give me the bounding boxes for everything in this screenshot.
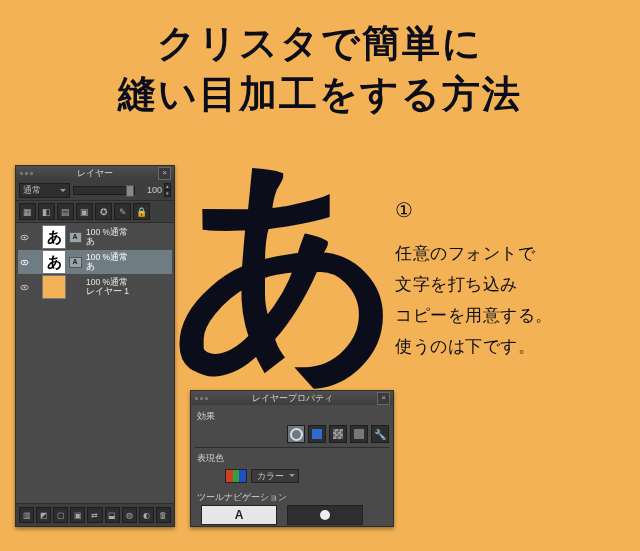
opacity-slider-knob[interactable] bbox=[126, 185, 134, 197]
layer-row[interactable]: 100 %通常 レイヤー 1 bbox=[18, 275, 172, 299]
visibility-toggle[interactable] bbox=[18, 251, 30, 273]
effect-screentone-button[interactable] bbox=[329, 425, 347, 443]
new-folder-icon[interactable]: ▢ bbox=[53, 507, 68, 523]
add-mask-icon[interactable]: ◍ bbox=[122, 507, 137, 523]
tool-nav-text-button[interactable]: A bbox=[201, 505, 277, 525]
layer-row[interactable]: あ A 100 %通常 あ bbox=[18, 250, 172, 274]
layer-name: あ bbox=[86, 237, 128, 246]
step-number: ① bbox=[395, 198, 413, 222]
layer-name: レイヤー 1 bbox=[86, 287, 129, 296]
title-line2: 縫い目加工をする方法 bbox=[118, 73, 522, 115]
eye-icon bbox=[20, 283, 29, 292]
lock-all-icon[interactable]: 🔒 bbox=[133, 203, 150, 220]
effect-layercolor-button[interactable] bbox=[350, 425, 368, 443]
screentone-effect-icon bbox=[333, 429, 343, 439]
layer-labels: 100 %通常 レイヤー 1 bbox=[86, 278, 129, 297]
color-mode-dropdown[interactable]: カラー bbox=[251, 469, 299, 483]
opacity-value: 100 bbox=[138, 185, 162, 195]
new-vector-layer-icon[interactable]: ◩ bbox=[36, 507, 51, 523]
tone-effect-icon bbox=[312, 429, 322, 439]
svg-point-3 bbox=[23, 261, 25, 263]
layercolor-effect-icon bbox=[354, 429, 364, 439]
eye-icon bbox=[20, 233, 29, 242]
svg-point-5 bbox=[23, 286, 25, 288]
desc-l3: コピーを用意する。 bbox=[395, 306, 553, 325]
merge-down-icon[interactable]: ⬓ bbox=[105, 507, 120, 523]
wrench-icon: 🔧 bbox=[374, 429, 386, 440]
draft-layer-icon[interactable]: ✎ bbox=[114, 203, 131, 220]
layer-labels: 100 %通常 あ bbox=[86, 228, 128, 247]
new-raster-layer-icon[interactable]: ▥ bbox=[19, 507, 34, 523]
effect-settings-button[interactable]: 🔧 bbox=[371, 425, 389, 443]
clip-mask-icon[interactable]: ▣ bbox=[76, 203, 93, 220]
layer-select-col[interactable] bbox=[30, 226, 40, 248]
desc-l4: 使うのは下です。 bbox=[395, 337, 535, 356]
tool-nav-row: A bbox=[195, 506, 389, 524]
svg-point-1 bbox=[23, 236, 25, 238]
layers-panel-title: レイヤー bbox=[77, 167, 113, 180]
layer-type-badges: A bbox=[68, 232, 82, 243]
desc-l1: 任意のフォントで bbox=[395, 244, 535, 263]
opacity-down-icon[interactable]: ▾ bbox=[164, 190, 171, 197]
layer-thumb-text: あ bbox=[47, 253, 62, 272]
effect-border-button[interactable] bbox=[287, 425, 305, 443]
layers-list: あ A 100 %通常 あ あ A 100 %通常 あ bbox=[16, 223, 174, 347]
props-panel-title: レイヤープロパティ bbox=[252, 392, 333, 405]
layer-row[interactable]: あ A 100 %通常 あ bbox=[18, 225, 172, 249]
opacity-slider[interactable] bbox=[73, 186, 135, 195]
object-tool-icon bbox=[320, 510, 330, 520]
layer-thumbnail bbox=[42, 275, 66, 299]
props-panel-titlebar[interactable]: レイヤープロパティ × bbox=[191, 391, 393, 405]
transfer-icon[interactable]: ⇄ bbox=[87, 507, 102, 523]
opacity-up-icon[interactable]: ▴ bbox=[164, 183, 171, 190]
layers-lock-row: ▦ ◧ ▤ ▣ ✪ ✎ 🔒 bbox=[16, 201, 174, 223]
layer-select-col[interactable] bbox=[30, 251, 40, 273]
layers-panel-footer: ▥ ◩ ▢ ▣ ⇄ ⬓ ◍ ◐ 🗑 bbox=[16, 503, 174, 526]
reference-layer-icon[interactable]: ✪ bbox=[95, 203, 112, 220]
layers-blend-row: 通常 100 ▴ ▾ bbox=[16, 180, 174, 201]
step-description: 任意のフォントで 文字を打ち込み コピーを用意する。 使うのは下です。 bbox=[395, 238, 553, 362]
blend-mode-value: 通常 bbox=[23, 185, 41, 195]
delete-layer-icon[interactable]: 🗑 bbox=[156, 507, 171, 523]
color-mode-chip-icon bbox=[225, 469, 247, 483]
effect-buttons-row: 🔧 bbox=[195, 425, 389, 443]
color-mode-value: カラー bbox=[257, 471, 284, 481]
tool-nav-object-button[interactable] bbox=[287, 505, 363, 525]
lock-pixels-icon[interactable]: ◧ bbox=[38, 203, 55, 220]
eye-icon bbox=[20, 258, 29, 267]
divider bbox=[195, 447, 389, 448]
layers-panel-titlebar[interactable]: レイヤー × bbox=[16, 166, 174, 180]
layer-thumb-text: あ bbox=[47, 228, 62, 247]
visibility-toggle[interactable] bbox=[18, 226, 30, 248]
close-icon[interactable]: × bbox=[377, 392, 390, 405]
layer-properties-panel: レイヤープロパティ × 効果 🔧 表現色 カラー ツールナビゲーション A bbox=[190, 390, 394, 527]
text-layer-badge-icon: A bbox=[69, 232, 82, 243]
tutorial-title: クリスタで簡単に 縫い目加工をする方法 bbox=[0, 18, 640, 121]
lock-alpha-icon[interactable]: ▤ bbox=[57, 203, 74, 220]
layer-type-badges: A bbox=[68, 257, 82, 268]
section-color-label: 表現色 bbox=[197, 452, 389, 465]
desc-l2: 文字を打ち込み bbox=[395, 275, 518, 294]
lock-none-icon[interactable]: ▦ bbox=[19, 203, 36, 220]
border-effect-icon bbox=[290, 428, 303, 441]
section-effect-label: 効果 bbox=[197, 410, 389, 423]
layer-thumbnail: あ bbox=[42, 250, 66, 274]
layer-thumbnail: あ bbox=[42, 225, 66, 249]
text-layer-badge-icon: A bbox=[69, 257, 82, 268]
visibility-toggle[interactable] bbox=[18, 276, 30, 298]
section-nav-label: ツールナビゲーション bbox=[197, 491, 389, 504]
color-mode-row: カラー bbox=[195, 467, 389, 485]
move-to-folder-icon[interactable]: ▣ bbox=[70, 507, 85, 523]
close-icon[interactable]: × bbox=[158, 167, 171, 180]
blend-mode-dropdown[interactable]: 通常 bbox=[19, 183, 70, 198]
title-line1: クリスタで簡単に bbox=[157, 22, 483, 64]
layer-select-col[interactable] bbox=[30, 276, 40, 298]
demo-character: あ bbox=[170, 150, 405, 380]
opacity-stepper[interactable]: ▴ ▾ bbox=[164, 183, 171, 197]
effect-tone-button[interactable] bbox=[308, 425, 326, 443]
apply-mask-icon[interactable]: ◐ bbox=[139, 507, 154, 523]
layers-panel: レイヤー × 通常 100 ▴ ▾ ▦ ◧ ▤ ▣ ✪ ✎ 🔒 あ bbox=[15, 165, 175, 527]
layer-labels: 100 %通常 あ bbox=[86, 253, 128, 272]
text-tool-icon: A bbox=[235, 508, 244, 522]
layer-name: あ bbox=[86, 262, 128, 271]
